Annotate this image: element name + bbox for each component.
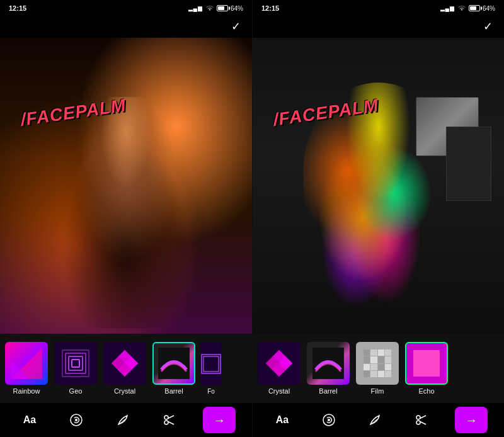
scissors-tool-btn-left[interactable] (156, 407, 183, 433)
arrow-tool-btn-right[interactable]: → (455, 407, 488, 433)
filter-label-barrel2: Barrel (319, 387, 337, 395)
svg-line-11 (168, 422, 175, 425)
svg-line-10 (168, 416, 175, 419)
figure-left (38, 97, 214, 328)
filter-item-rainbow[interactable]: Rainbow (3, 342, 50, 395)
status-icons-left: ▂▄▆ 64% (188, 5, 243, 12)
image-area-right: /FACEPALM (253, 38, 504, 334)
svg-point-14 (328, 419, 330, 421)
battery-icon-left (217, 5, 228, 11)
text-icon-left: Aa (23, 414, 36, 426)
filter-label-rainbow: Rainbow (13, 387, 40, 395)
filter-item-barrel[interactable]: Barrel (150, 342, 198, 395)
echo-thumb-icon (413, 350, 440, 377)
text-icon-right: Aa (276, 414, 289, 426)
photo-bg-left (0, 38, 252, 334)
filter-label-barrel: Barrel (164, 387, 183, 395)
signal-icon-left: ▂▄▆ (188, 5, 203, 11)
filter-item-crystal[interactable]: Crystal (101, 342, 149, 395)
film-thumb-icon (364, 349, 391, 377)
status-bar-left: 12:15 ▂▄▆ 64% (0, 0, 252, 15)
scissors-icon-left (163, 413, 176, 427)
leaf-icon-right (368, 413, 382, 427)
bottom-toolbar-right: Aa → (253, 403, 504, 437)
crystal-thumb-icon (111, 349, 139, 377)
leaf-tool-btn-right[interactable] (362, 407, 388, 433)
filter-item-fo[interactable]: Fo (199, 343, 223, 395)
phone-panel-left: 12:15 ▂▄▆ 64% ✓ /FACEPALM (0, 0, 252, 437)
filter-thumb-film[interactable] (356, 342, 399, 385)
arrow-tool-btn-left[interactable]: → (203, 407, 236, 433)
image-area-left: /FACEPALM (0, 38, 252, 334)
filter-item-film[interactable]: Film (353, 342, 401, 395)
text-tool-btn-left[interactable]: Aa (16, 407, 43, 433)
filter-label-fo: Fo (207, 388, 215, 395)
scissors-icon-right (415, 413, 428, 427)
leaf-tool-btn-left[interactable] (110, 407, 136, 433)
svg-line-18 (420, 422, 427, 425)
photo-bg-right (253, 38, 504, 334)
bottom-toolbar-left: Aa → (0, 403, 252, 437)
check-header-right: ✓ (253, 15, 504, 38)
checkmark-left[interactable]: ✓ (231, 20, 241, 33)
barrel2-thumb-icon (312, 348, 344, 379)
scissors-tool-btn-right[interactable] (408, 407, 435, 433)
filter-thumb-rainbow[interactable] (5, 342, 48, 385)
battery-pct-right: 64% (483, 5, 495, 12)
fo-thumb-icon (200, 343, 222, 385)
link-tool-btn-left[interactable] (63, 407, 89, 433)
barrel-thumb-icon (158, 348, 190, 379)
link-icon-right (322, 413, 336, 427)
svg-point-16 (416, 421, 420, 424)
signal-icon-right: ▂▄▆ (440, 5, 455, 11)
svg-point-9 (164, 421, 168, 424)
filter-strip-right: Crystal Barrel (253, 334, 504, 403)
leaf-icon-left (116, 413, 130, 427)
status-time-left: 12:15 (9, 4, 26, 12)
link-tool-btn-right[interactable] (316, 407, 342, 433)
wifi-icon-left (205, 5, 214, 11)
arrow-icon-right: → (465, 413, 478, 428)
wifi-icon-right (457, 5, 466, 11)
battery-pct-left: 64% (231, 5, 243, 12)
filter-item-echo[interactable]: Echo (403, 342, 450, 395)
svg-line-17 (420, 416, 427, 419)
filter-item-barrel2[interactable]: Barrel (304, 342, 352, 395)
link-icon-left (69, 413, 83, 427)
filter-thumb-crystal[interactable] (103, 342, 146, 385)
status-time-right: 12:15 (261, 4, 279, 12)
filter-label-crystal: Crystal (114, 387, 135, 395)
filter-thumb-echo[interactable] (405, 342, 448, 385)
crystal2-thumb-icon (265, 349, 293, 377)
filter-item-geo[interactable]: Geo (52, 342, 100, 395)
checkmark-right[interactable]: ✓ (483, 20, 493, 33)
filter-thumb-fo[interactable] (200, 343, 222, 385)
rainbow-thumb-icon (11, 348, 42, 379)
filter-thumb-barrel2[interactable] (307, 342, 350, 385)
filter-thumb-crystal2[interactable] (258, 342, 301, 385)
filter-label-crystal2: Crystal (268, 387, 290, 395)
filter-thumb-barrel[interactable] (152, 342, 195, 385)
text-tool-btn-right[interactable]: Aa (269, 407, 295, 433)
svg-point-7 (75, 419, 77, 421)
check-header-left: ✓ (0, 15, 252, 38)
geo-thumb-icon (62, 349, 89, 377)
arrow-icon-left: → (213, 413, 226, 428)
status-bar-right: 12:15 ▂▄▆ 64% (253, 0, 504, 15)
svg-point-15 (416, 416, 420, 419)
battery-icon-right (469, 5, 480, 11)
filter-thumb-geo[interactable] (54, 342, 97, 385)
phone-panel-right: 12:15 ▂▄▆ 64% ✓ /FACEPALM (252, 0, 504, 437)
filter-strip-left: Rainbow Geo (0, 334, 252, 403)
filter-label-film: Film (371, 387, 384, 395)
svg-point-8 (164, 416, 168, 419)
filter-item-crystal2[interactable]: Crystal (255, 342, 303, 395)
filter-label-echo: Echo (418, 387, 434, 395)
filter-label-geo: Geo (69, 387, 83, 395)
status-icons-right: ▂▄▆ 64% (440, 5, 495, 12)
